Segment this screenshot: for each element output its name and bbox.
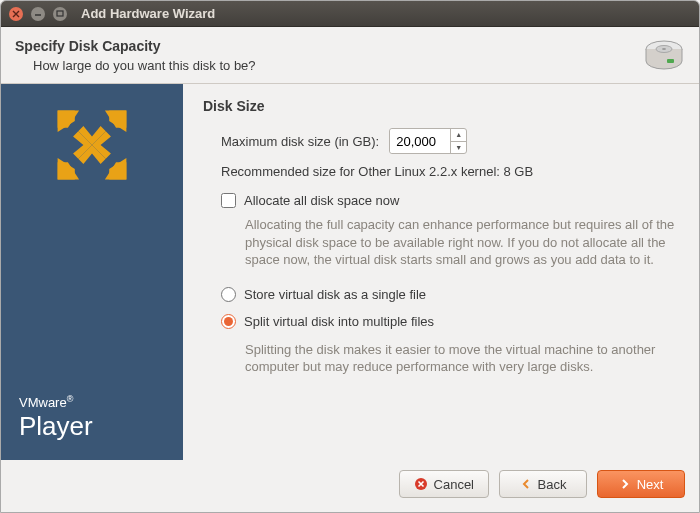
wizard-footer: Cancel Back Next (1, 460, 699, 512)
branding-banner: VMware® Player (1, 84, 183, 460)
split-multiple-files-radio[interactable] (221, 314, 236, 329)
window-minimize-button[interactable] (31, 7, 45, 21)
titlebar: Add Hardware Wizard (1, 1, 699, 27)
window-close-button[interactable] (9, 7, 23, 21)
vmware-logo-icon (49, 102, 135, 191)
spinner-down-button[interactable]: ▼ (451, 142, 466, 154)
cancel-icon (414, 477, 428, 491)
page-subtitle: How large do you want this disk to be? (33, 58, 631, 73)
cancel-label: Cancel (434, 477, 474, 492)
hard-disk-icon (643, 37, 685, 73)
max-disk-size-spinner[interactable]: ▲ ▼ (389, 128, 467, 154)
split-description: Splitting the disk makes it easier to mo… (245, 341, 679, 376)
window-title: Add Hardware Wizard (81, 6, 215, 21)
chevron-right-icon (619, 478, 631, 490)
brand-company: VMware® (19, 394, 165, 411)
svg-rect-4 (667, 59, 674, 63)
next-label: Next (637, 477, 664, 492)
store-single-file-label: Store virtual disk as a single file (244, 287, 426, 302)
allocate-now-description: Allocating the full capacity can enhance… (245, 216, 679, 269)
wizard-header: Specify Disk Capacity How large do you w… (1, 27, 699, 84)
spinner-up-button[interactable]: ▲ (451, 129, 466, 142)
recommended-size-text: Recommended size for Other Linux 2.2.x k… (221, 164, 679, 179)
next-button[interactable]: Next (597, 470, 685, 498)
split-multiple-files-label: Split virtual disk into multiple files (244, 314, 434, 329)
allocate-now-checkbox[interactable] (221, 193, 236, 208)
page-title: Specify Disk Capacity (15, 38, 631, 54)
brand-product: Player (19, 411, 165, 442)
wizard-content: Disk Size Maximum disk size (in GB): ▲ ▼… (183, 84, 699, 460)
svg-point-3 (662, 48, 666, 50)
allocate-now-label: Allocate all disk space now (244, 193, 399, 208)
max-disk-size-label: Maximum disk size (in GB): (221, 134, 379, 149)
back-label: Back (538, 477, 567, 492)
svg-rect-0 (57, 11, 63, 16)
window-maximize-button[interactable] (53, 7, 67, 21)
wizard-window: Add Hardware Wizard Specify Disk Capacit… (0, 0, 700, 513)
max-disk-size-input[interactable] (390, 129, 450, 153)
store-single-file-radio[interactable] (221, 287, 236, 302)
section-title: Disk Size (203, 98, 679, 114)
chevron-left-icon (520, 478, 532, 490)
cancel-button[interactable]: Cancel (399, 470, 489, 498)
back-button[interactable]: Back (499, 470, 587, 498)
